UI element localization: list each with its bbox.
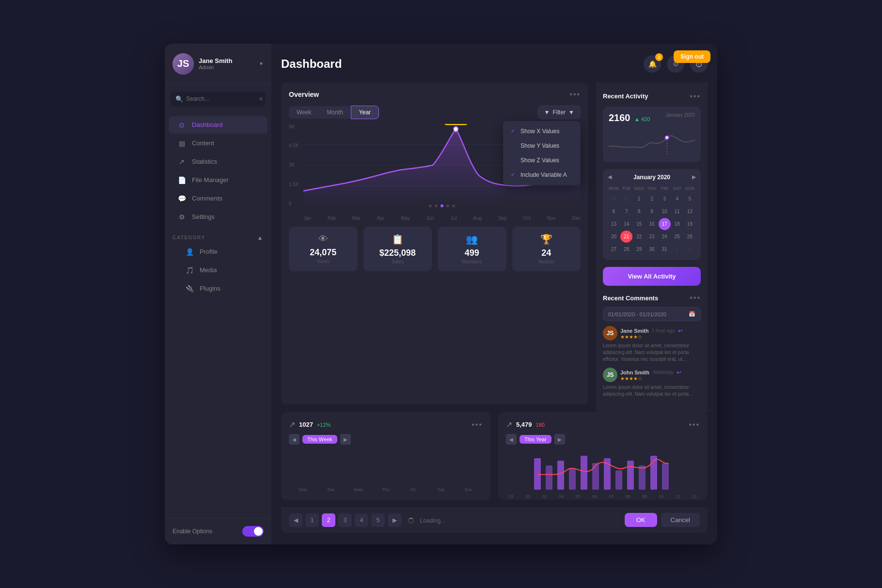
- search-clear-icon[interactable]: ✕: [259, 96, 263, 102]
- filter-item-show-x[interactable]: ✓ Show X Values: [503, 124, 581, 139]
- pagination-next-button[interactable]: ▶: [388, 513, 401, 527]
- views-line-chart: 01 02 03 04 05 06 07 08 09 10 11 12: [506, 449, 700, 492]
- reply-icon-2[interactable]: ↩: [677, 369, 681, 376]
- cal-day-20[interactable]: 20: [608, 231, 620, 243]
- cal-day-27[interactable]: 27: [608, 243, 620, 255]
- recent-comments-more-button[interactable]: •••: [690, 294, 701, 302]
- pagination-page-3[interactable]: 3: [338, 513, 352, 527]
- sidebar-item-file-manager[interactable]: 📄 File Manager: [169, 171, 268, 189]
- bar-sat: Sat: [428, 485, 453, 492]
- sidebar-item-plugins[interactable]: 🔌 Plugins: [176, 280, 260, 297]
- sidebar-item-dashboard[interactable]: ⊙ Dashboard: [169, 116, 268, 134]
- overview-more-button[interactable]: •••: [569, 90, 581, 99]
- cal-day-2-next[interactable]: 2: [684, 243, 696, 255]
- sidebar-item-content[interactable]: ▤ Content: [169, 135, 268, 152]
- cal-day-15[interactable]: 15: [633, 218, 645, 230]
- cal-day-25[interactable]: 25: [671, 231, 683, 243]
- sales-bar-chart: Mon Tue Wed Thu: [289, 449, 483, 492]
- cal-day-1[interactable]: 1: [633, 193, 645, 205]
- search-input[interactable]: [186, 95, 259, 102]
- sidebar-item-profile[interactable]: 👤 Profile: [176, 243, 260, 261]
- tab-year[interactable]: Year: [351, 106, 379, 119]
- sidebar-item-statistics[interactable]: ↗ Statistics: [169, 153, 268, 170]
- cal-day-8[interactable]: 8: [633, 205, 645, 217]
- sales-prev-button[interactable]: ◀: [289, 434, 299, 445]
- cal-day-23[interactable]: 23: [646, 231, 658, 243]
- notifications-button[interactable]: 🔔 2: [644, 55, 661, 73]
- filter-item-variable-a[interactable]: ✓ Include Variable A: [503, 168, 581, 182]
- cal-day-31[interactable]: 31: [659, 243, 671, 255]
- cal-day-22[interactable]: 22: [633, 231, 645, 243]
- sidebar-item-settings[interactable]: ⚙ Settings: [169, 208, 268, 226]
- sidebar-item-media[interactable]: 🎵 Media: [176, 262, 260, 279]
- sign-out-button[interactable]: Sign out: [674, 50, 710, 63]
- activity-stat: 2160 ▲ 420 January 2020: [609, 112, 695, 124]
- cal-day-3[interactable]: 3: [659, 193, 671, 205]
- pagination-page-1[interactable]: 1: [305, 513, 319, 527]
- cancel-button[interactable]: Cancel: [661, 513, 700, 527]
- cal-day-29[interactable]: 29: [633, 243, 645, 255]
- cal-day-5[interactable]: 5: [684, 193, 696, 205]
- cal-day-9[interactable]: 9: [646, 205, 658, 217]
- stat-awards: 🏆 24 Awards: [512, 227, 581, 271]
- loading-text: Loading...: [420, 517, 445, 524]
- cal-day-18[interactable]: 18: [671, 218, 683, 230]
- cal-day-28[interactable]: 28: [620, 243, 632, 255]
- cal-day-26[interactable]: 26: [684, 231, 696, 243]
- content-icon: ▤: [176, 139, 187, 147]
- pagination-page-2[interactable]: 2: [322, 513, 335, 527]
- pagination: ◀ 1 2 3 4 5 ▶ Loading... OK Cancel: [281, 507, 708, 533]
- calendar: ◀ January 2020 ▶ MON TUE WED THU FRI SAT…: [603, 169, 701, 261]
- cal-day-30[interactable]: 30: [646, 243, 658, 255]
- cal-day-30-prev[interactable]: 30: [608, 193, 620, 205]
- views-next-button[interactable]: ▶: [554, 434, 565, 445]
- cal-day-14[interactable]: 14: [620, 218, 632, 230]
- cal-day-4[interactable]: 4: [671, 193, 683, 205]
- enable-options-toggle[interactable]: [242, 526, 264, 537]
- view-all-activity-button[interactable]: View All Activity: [603, 267, 701, 286]
- cal-day-10[interactable]: 10: [659, 205, 671, 217]
- cal-day-13[interactable]: 13: [608, 218, 620, 230]
- cal-day-7[interactable]: 7: [620, 205, 632, 217]
- tab-month[interactable]: Month: [319, 106, 350, 119]
- sidebar-item-comments[interactable]: 💬 Comments: [169, 190, 268, 207]
- stat-members: 👥 499 Members: [438, 227, 506, 271]
- cal-day-6[interactable]: 6: [608, 205, 620, 217]
- reply-icon-1[interactable]: ↩: [678, 327, 683, 334]
- activity-change: ▲ 420: [634, 116, 650, 122]
- main-content: Dashboard 🔔 2 ⚙ 3 ⏻ Sign out: [271, 44, 717, 545]
- bell-icon: 🔔: [648, 60, 657, 68]
- views-prev-button[interactable]: ◀: [506, 434, 517, 445]
- cal-day-16[interactable]: 16: [646, 218, 658, 230]
- pagination-page-5[interactable]: 5: [371, 513, 385, 527]
- cal-day-19[interactable]: 19: [684, 218, 696, 230]
- calendar-next-button[interactable]: ▶: [692, 174, 696, 180]
- recent-activity-more-button[interactable]: •••: [690, 92, 701, 101]
- category-toggle-icon[interactable]: ▲: [257, 234, 264, 241]
- pagination-prev-button[interactable]: ◀: [289, 513, 302, 527]
- filter-item-show-z[interactable]: ✓ Show Z Values: [503, 153, 581, 168]
- tab-week[interactable]: Week: [289, 106, 319, 119]
- enable-options-label: Enable Options: [173, 528, 212, 535]
- cal-day-2[interactable]: 2: [646, 193, 658, 205]
- cal-day-31-prev[interactable]: 31: [620, 193, 632, 205]
- cal-day-11[interactable]: 11: [671, 205, 683, 217]
- bar-sat-label: Sat: [438, 487, 444, 492]
- cal-day-17-today[interactable]: 17: [659, 218, 671, 230]
- sales-more-button[interactable]: •••: [472, 420, 483, 429]
- cal-day-21-highlighted[interactable]: 21: [620, 231, 632, 243]
- cal-day-24[interactable]: 24: [659, 231, 671, 243]
- chart-x-labels: Jan Feb Mar Apr May Jun Jul Aug Sep Oct …: [303, 216, 581, 221]
- ok-button[interactable]: OK: [625, 513, 657, 527]
- pagination-page-4[interactable]: 4: [355, 513, 368, 527]
- user-profile-header[interactable]: JS Jane Smith Admin ▼: [165, 44, 271, 85]
- filter-item-show-y[interactable]: ✓ Show Y Values: [503, 139, 581, 153]
- views-more-button[interactable]: •••: [689, 420, 700, 429]
- sales-next-button[interactable]: ▶: [340, 434, 351, 445]
- search-box[interactable]: 🔍 ✕: [171, 92, 266, 107]
- calendar-prev-button[interactable]: ◀: [608, 174, 612, 180]
- filter-dropdown[interactable]: ▼ Filter ▼: [538, 106, 581, 119]
- date-range-picker[interactable]: 01/01/2020 - 01/31/2020 📅: [603, 307, 701, 321]
- cal-day-12[interactable]: 12: [684, 205, 696, 217]
- cal-day-1-next[interactable]: 1: [671, 243, 683, 255]
